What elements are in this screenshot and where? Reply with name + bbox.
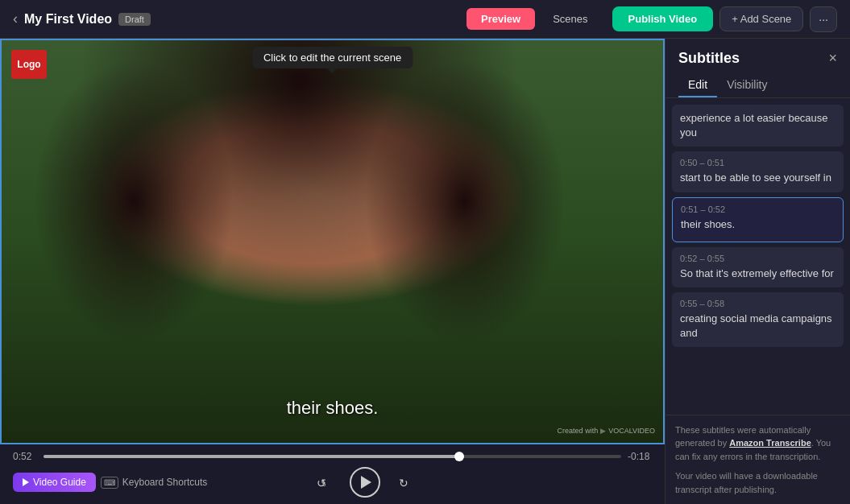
logo-overlay: Logo	[11, 50, 47, 79]
video-placeholder: Logo their shoes. Created with ▶ VOCALVI…	[2, 40, 663, 443]
video-title: My First Video	[24, 12, 112, 27]
scenes-button[interactable]: Scenes	[538, 8, 602, 30]
tab-visibility[interactable]: Visibility	[717, 73, 777, 97]
tab-edit[interactable]: Edit	[678, 73, 717, 97]
topbar-left: ‹ My First Video Draft	[13, 10, 457, 27]
video-subtitle-display: their shoes.	[287, 398, 379, 419]
list-item[interactable]: experience a lot easier because you	[672, 105, 844, 147]
topbar-center: Preview Scenes	[466, 8, 603, 30]
subtitle-text: start to be able to see yourself in	[680, 171, 835, 185]
list-item-active[interactable]: 0:51 – 0:52 their shoes.	[672, 197, 844, 242]
panel-tabs: Edit Visibility	[665, 67, 850, 98]
watermark-text: Created with	[558, 427, 599, 435]
panel-header: Subtitles ×	[665, 39, 850, 67]
watermark-play-icon: ▶	[600, 427, 606, 435]
video-guide-label: Video Guide	[33, 477, 86, 488]
subtitle-text: So that it's extremely effective for	[680, 266, 835, 281]
guide-play-icon	[23, 478, 29, 486]
panel-title: Subtitles	[678, 50, 740, 67]
svg-text:5: 5	[322, 481, 326, 488]
keyboard-shortcuts-label: Keyboard Shortcuts	[122, 477, 207, 488]
subtitles-panel: Subtitles × Edit Visibility experience a…	[665, 39, 850, 504]
progress-track[interactable]	[44, 455, 621, 458]
subtitle-edit-input[interactable]: their shoes.	[681, 217, 835, 232]
progress-thumb	[454, 452, 464, 461]
forward-button[interactable]: ↻	[393, 469, 419, 495]
panel-footer: These subtitles were automatically gener…	[665, 415, 850, 505]
subtitle-timestamp-active: 0:51 – 0:52	[681, 204, 835, 214]
time-current: 0:52	[13, 451, 37, 462]
svg-text:↻: ↻	[399, 477, 408, 490]
subtitle-timestamp: 0:52 – 0:55	[680, 254, 835, 263]
progress-bar-row: 0:52 -0:18	[13, 451, 652, 462]
list-item[interactable]: 0:50 – 0:51 start to be able to see your…	[672, 151, 844, 192]
main-content: Click to edit the current scene Logo the…	[0, 39, 850, 504]
progress-fill	[44, 455, 459, 458]
subtitle-timestamp: 0:55 – 0:58	[680, 299, 835, 308]
add-scene-button[interactable]: + Add Scene	[719, 6, 803, 31]
keyboard-shortcuts-button[interactable]: ⌨ Keyboard Shortcuts	[101, 477, 207, 489]
draft-badge: Draft	[118, 13, 151, 26]
keyboard-icon: ⌨	[101, 477, 118, 489]
more-button[interactable]: ···	[810, 6, 837, 32]
subtitle-timestamp: 0:50 – 0:51	[680, 158, 835, 167]
video-area: Click to edit the current scene Logo the…	[0, 39, 665, 504]
amazon-transcribe-link[interactable]: Amazon Transcribe	[729, 438, 811, 448]
panel-close-button[interactable]: ×	[828, 50, 837, 67]
watermark-brand: VOCALVIDEO	[608, 427, 655, 435]
video-controls: 0:52 -0:18 Video Guide ⌨ Keyboard Shortc…	[0, 444, 665, 504]
play-button[interactable]	[350, 467, 380, 498]
subtitle-list: experience a lot easier because you 0:50…	[665, 98, 850, 415]
list-item[interactable]: 0:55 – 0:58 creating social media campai…	[672, 292, 844, 347]
watermark: Created with ▶ VOCALVIDEO	[558, 427, 655, 435]
topbar-right: Publish Video + Add Scene ···	[612, 6, 837, 32]
controls-row: Video Guide ⌨ Keyboard Shortcuts ↺ 5	[13, 467, 652, 498]
subtitle-text: experience a lot easier because you	[680, 111, 835, 140]
publish-button[interactable]: Publish Video	[612, 6, 714, 31]
back-arrow-icon[interactable]: ‹	[13, 10, 18, 27]
person-visual	[2, 40, 663, 443]
footer-bottom-text: Your video will have a downloadable tran…	[675, 469, 840, 496]
controls-left: Video Guide ⌨ Keyboard Shortcuts	[13, 473, 207, 492]
preview-button[interactable]: Preview	[466, 8, 535, 30]
topbar: ‹ My First Video Draft Preview Scenes Pu…	[0, 0, 850, 39]
time-remaining: -0:18	[628, 451, 652, 462]
rewind-button[interactable]: ↺ 5	[311, 469, 337, 495]
video-frame[interactable]: Logo their shoes. Created with ▶ VOCALVI…	[0, 39, 665, 444]
subtitle-text: creating social media campaigns and	[680, 312, 835, 341]
play-icon	[361, 476, 371, 489]
list-item[interactable]: 0:52 – 0:55 So that it's extremely effec…	[672, 247, 844, 287]
controls-center: ↺ 5 ↻	[311, 467, 419, 498]
video-guide-button[interactable]: Video Guide	[13, 473, 96, 492]
